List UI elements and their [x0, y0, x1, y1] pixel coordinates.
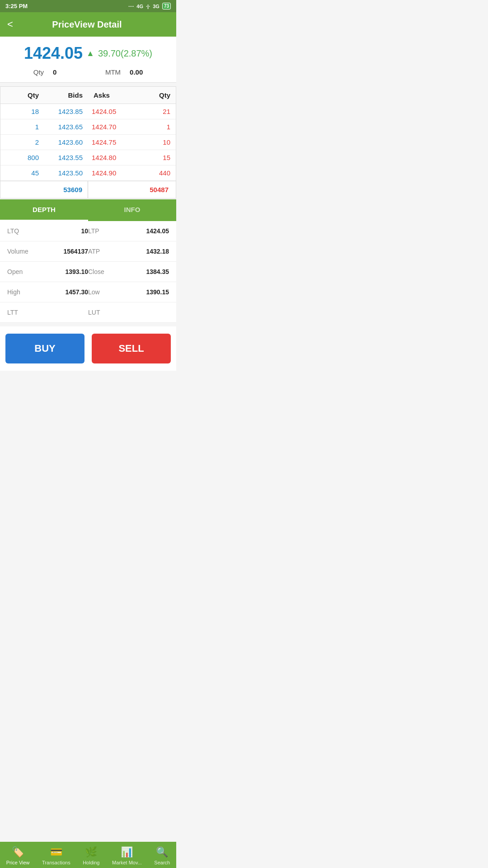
status-bar: 3:25 PM ···· 4G ·|· 3G 73	[0, 0, 176, 12]
ltp-value: 1424.05	[129, 227, 169, 235]
low-value: 1390.15	[129, 288, 169, 296]
table-row: 2	[0, 135, 44, 150]
main-price-row: 1424.05 ▲ 39.70(2.87%)	[9, 44, 167, 63]
info-row-open-close: Open 1393.10 Close 1384.35	[0, 262, 176, 282]
close-label: Close	[88, 268, 129, 275]
table-row: 1423.60	[44, 135, 88, 150]
table-row: 15	[132, 150, 176, 165]
buy-button[interactable]: BUY	[5, 334, 84, 363]
table-row: 1	[0, 119, 44, 135]
battery-indicator: 73	[162, 3, 171, 9]
tabs: DEPTH INFO	[0, 199, 176, 221]
volume-label: Volume	[7, 248, 48, 255]
table-row: 18	[0, 104, 44, 119]
ltt-label: LTT	[7, 309, 48, 316]
table-row: 10	[132, 135, 176, 150]
close-value: 1384.35	[129, 268, 169, 275]
mtm-label: MTM	[105, 68, 121, 76]
price-change: 39.70(2.87%)	[98, 48, 152, 59]
qty-label: Qty	[33, 68, 44, 76]
table-row: 1423.65	[44, 119, 88, 135]
info-row-vol-atp: Volume 1564137 ATP 1432.18	[0, 241, 176, 262]
table-row: 1423.50	[44, 165, 88, 181]
volume-value: 1564137	[48, 248, 89, 255]
ob-header-asks: Asks	[88, 87, 132, 104]
signal-3g: 3G	[153, 4, 160, 9]
qty-mtm-row: Qty 0 MTM 0.00	[9, 68, 167, 76]
total-bids: 53609	[0, 181, 88, 198]
ltq-label: LTQ	[7, 227, 48, 235]
info-grid: LTQ 10 LTP 1424.05 Volume 1564137 ATP 14…	[0, 221, 176, 323]
signal-dots: ····	[128, 4, 134, 9]
tab-depth[interactable]: DEPTH	[0, 199, 88, 221]
table-row: 1423.85	[44, 104, 88, 119]
table-row: 1424.80	[88, 150, 132, 165]
table-row: 21	[132, 104, 176, 119]
sell-button[interactable]: SELL	[92, 334, 171, 363]
info-row-ltq-ltp: LTQ 10 LTP 1424.05	[0, 221, 176, 241]
back-button[interactable]: <	[7, 19, 13, 30]
ltq-value: 10	[48, 227, 89, 235]
low-label: Low	[88, 288, 129, 296]
high-label: High	[7, 288, 48, 296]
status-right: ···· 4G ·|· 3G 73	[128, 3, 171, 9]
page-title: PriceView Detail	[18, 19, 156, 30]
high-value: 1457.30	[48, 288, 89, 296]
action-buttons: BUY SELL	[0, 326, 176, 371]
current-price: 1424.05	[24, 44, 83, 63]
price-direction-icon: ▲	[86, 49, 94, 58]
ltp-label: LTP	[88, 227, 129, 235]
mtm-value: 0.00	[130, 68, 143, 76]
table-row: 1424.70	[88, 119, 132, 135]
total-asks: 50487	[88, 181, 176, 198]
table-row: 1424.90	[88, 165, 132, 181]
info-row-ltt-lut: LTT LUT	[0, 302, 176, 323]
signal-4g: 4G	[136, 4, 143, 9]
lut-label: LUT	[88, 309, 129, 316]
table-row: 45	[0, 165, 44, 181]
tab-info[interactable]: INFO	[88, 199, 176, 221]
ob-header-bids: Bids	[44, 87, 88, 104]
atp-label: ATP	[88, 248, 129, 255]
table-row: 1	[132, 119, 176, 135]
table-row: 1423.55	[44, 150, 88, 165]
order-book-grid: Qty Bids Asks Qty 18 1423.85 1424.05 21 …	[0, 86, 176, 181]
ob-header-qty-right: Qty	[132, 87, 176, 104]
table-row: 440	[132, 165, 176, 181]
qty-value: 0	[53, 68, 56, 76]
qty-item: Qty 0	[33, 68, 57, 76]
signal-divider: ·|·	[146, 4, 150, 9]
atp-value: 1432.18	[129, 248, 169, 255]
open-value: 1393.10	[48, 268, 89, 275]
price-section: 1424.05 ▲ 39.70(2.87%) Qty 0 MTM 0.00	[0, 37, 176, 83]
status-time: 3:25 PM	[5, 3, 28, 9]
order-book: Qty Bids Asks Qty 18 1423.85 1424.05 21 …	[0, 86, 176, 198]
open-label: Open	[7, 268, 48, 275]
app-header: < PriceView Detail	[0, 12, 176, 37]
table-row: 800	[0, 150, 44, 165]
order-book-totals: 53609 50487	[0, 181, 176, 198]
mtm-item: MTM 0.00	[105, 68, 143, 76]
table-row: 1424.05	[88, 104, 132, 119]
info-row-high-low: High 1457.30 Low 1390.15	[0, 282, 176, 302]
ob-header-qty: Qty	[0, 87, 44, 104]
table-row: 1424.75	[88, 135, 132, 150]
